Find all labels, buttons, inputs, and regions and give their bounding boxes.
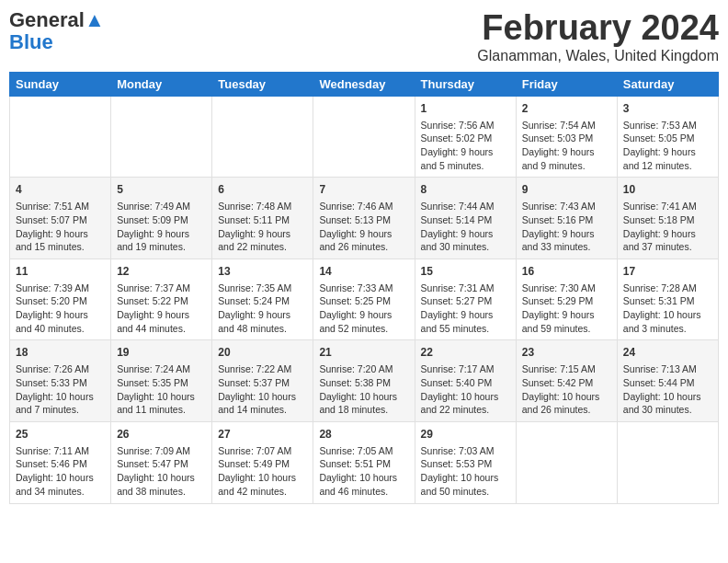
- calendar-cell: 8Sunrise: 7:44 AMSunset: 5:14 PMDaylight…: [415, 178, 516, 259]
- week-row-5: 25Sunrise: 7:11 AMSunset: 5:46 PMDayligh…: [10, 421, 719, 503]
- day-header-friday: Friday: [516, 72, 617, 96]
- main-title: February 2024: [477, 9, 719, 48]
- calendar-cell: 23Sunrise: 7:15 AMSunset: 5:42 PMDayligh…: [516, 340, 617, 422]
- cell-info: Sunrise: 7:09 AMSunset: 5:47 PMDaylight:…: [117, 444, 206, 499]
- week-row-4: 18Sunrise: 7:26 AMSunset: 5:33 PMDayligh…: [10, 340, 719, 422]
- day-number: 18: [16, 345, 105, 361]
- calendar-cell: 6Sunrise: 7:48 AMSunset: 5:11 PMDaylight…: [212, 178, 313, 259]
- subtitle: Glanamman, Wales, United Kingdom: [477, 48, 719, 64]
- cell-info: Sunrise: 7:31 AMSunset: 5:27 PMDaylight:…: [421, 282, 510, 336]
- calendar-cell: 9Sunrise: 7:43 AMSunset: 5:16 PMDaylight…: [516, 178, 617, 259]
- day-number: 9: [522, 182, 611, 198]
- cell-info: Sunrise: 7:44 AMSunset: 5:14 PMDaylight:…: [421, 200, 510, 254]
- cell-info: Sunrise: 7:28 AMSunset: 5:31 PMDaylight:…: [623, 282, 712, 336]
- cell-info: Sunrise: 7:20 AMSunset: 5:38 PMDaylight:…: [319, 362, 408, 417]
- cell-info: Sunrise: 7:51 AMSunset: 5:07 PMDaylight:…: [16, 200, 105, 254]
- calendar-cell: 10Sunrise: 7:41 AMSunset: 5:18 PMDayligh…: [617, 178, 718, 259]
- calendar-cell: 18Sunrise: 7:26 AMSunset: 5:33 PMDayligh…: [10, 340, 111, 422]
- day-number: 10: [623, 182, 712, 198]
- cell-info: Sunrise: 7:05 AMSunset: 5:51 PMDaylight:…: [319, 444, 408, 499]
- calendar-cell: 22Sunrise: 7:17 AMSunset: 5:40 PMDayligh…: [415, 340, 516, 422]
- day-number: 21: [319, 345, 408, 361]
- calendar-cell: 14Sunrise: 7:33 AMSunset: 5:25 PMDayligh…: [313, 259, 415, 340]
- day-number: 14: [319, 264, 408, 280]
- page-header: General▲ Blue February 2024 Glanamman, W…: [9, 9, 719, 64]
- calendar-cell: [10, 96, 111, 178]
- calendar-cell: 28Sunrise: 7:05 AMSunset: 5:51 PMDayligh…: [313, 421, 415, 503]
- cell-info: Sunrise: 7:56 AMSunset: 5:02 PMDaylight:…: [421, 119, 510, 173]
- logo-subtext: Blue: [9, 31, 105, 53]
- logo-text: General▲: [9, 9, 105, 31]
- day-number: 22: [421, 345, 510, 361]
- day-number: 28: [319, 427, 408, 442]
- week-row-2: 4Sunrise: 7:51 AMSunset: 5:07 PMDaylight…: [10, 178, 719, 259]
- calendar-cell: 7Sunrise: 7:46 AMSunset: 5:13 PMDaylight…: [313, 178, 415, 259]
- day-number: 6: [218, 182, 307, 198]
- calendar-cell: 24Sunrise: 7:13 AMSunset: 5:44 PMDayligh…: [617, 340, 718, 422]
- day-number: 4: [16, 182, 105, 198]
- day-number: 24: [623, 345, 712, 361]
- day-number: 15: [421, 264, 510, 280]
- cell-info: Sunrise: 7:13 AMSunset: 5:44 PMDaylight:…: [623, 362, 712, 417]
- cell-info: Sunrise: 7:39 AMSunset: 5:20 PMDaylight:…: [16, 282, 105, 336]
- cell-info: Sunrise: 7:37 AMSunset: 5:22 PMDaylight:…: [117, 282, 206, 336]
- day-header-sunday: Sunday: [10, 72, 111, 96]
- calendar-cell: [212, 96, 313, 178]
- day-number: 16: [522, 264, 611, 280]
- cell-info: Sunrise: 7:49 AMSunset: 5:09 PMDaylight:…: [117, 200, 206, 254]
- cell-info: Sunrise: 7:17 AMSunset: 5:40 PMDaylight:…: [421, 362, 510, 417]
- calendar-cell: 29Sunrise: 7:03 AMSunset: 5:53 PMDayligh…: [415, 421, 516, 503]
- day-number: 12: [117, 264, 206, 280]
- day-header-tuesday: Tuesday: [212, 72, 313, 96]
- header-row: SundayMondayTuesdayWednesdayThursdayFrid…: [10, 72, 719, 96]
- calendar-cell: 21Sunrise: 7:20 AMSunset: 5:38 PMDayligh…: [313, 340, 415, 422]
- cell-info: Sunrise: 7:53 AMSunset: 5:05 PMDaylight:…: [623, 119, 712, 173]
- calendar-cell: [313, 96, 415, 178]
- cell-info: Sunrise: 7:48 AMSunset: 5:11 PMDaylight:…: [218, 200, 307, 254]
- day-number: 19: [117, 345, 206, 361]
- cell-info: Sunrise: 7:35 AMSunset: 5:24 PMDaylight:…: [218, 282, 307, 336]
- cell-info: Sunrise: 7:22 AMSunset: 5:37 PMDaylight:…: [218, 362, 307, 417]
- cell-info: Sunrise: 7:46 AMSunset: 5:13 PMDaylight:…: [319, 200, 408, 254]
- calendar-cell: 11Sunrise: 7:39 AMSunset: 5:20 PMDayligh…: [10, 259, 111, 340]
- calendar-cell: 1Sunrise: 7:56 AMSunset: 5:02 PMDaylight…: [415, 96, 516, 178]
- calendar-cell: 26Sunrise: 7:09 AMSunset: 5:47 PMDayligh…: [111, 421, 212, 503]
- cell-info: Sunrise: 7:26 AMSunset: 5:33 PMDaylight:…: [16, 362, 105, 417]
- calendar-cell: 15Sunrise: 7:31 AMSunset: 5:27 PMDayligh…: [415, 259, 516, 340]
- cell-info: Sunrise: 7:33 AMSunset: 5:25 PMDaylight:…: [319, 282, 408, 336]
- calendar-cell: 3Sunrise: 7:53 AMSunset: 5:05 PMDaylight…: [617, 96, 718, 178]
- calendar-cell: 5Sunrise: 7:49 AMSunset: 5:09 PMDaylight…: [111, 178, 212, 259]
- day-number: 8: [421, 182, 510, 198]
- calendar-cell: 25Sunrise: 7:11 AMSunset: 5:46 PMDayligh…: [10, 421, 111, 503]
- calendar-cell: 17Sunrise: 7:28 AMSunset: 5:31 PMDayligh…: [617, 259, 718, 340]
- logo: General▲ Blue: [9, 9, 105, 53]
- title-block: February 2024 Glanamman, Wales, United K…: [477, 9, 719, 64]
- day-header-saturday: Saturday: [617, 72, 718, 96]
- day-number: 1: [421, 101, 510, 117]
- week-row-3: 11Sunrise: 7:39 AMSunset: 5:20 PMDayligh…: [10, 259, 719, 340]
- day-number: 2: [522, 101, 611, 117]
- cell-info: Sunrise: 7:07 AMSunset: 5:49 PMDaylight:…: [218, 444, 307, 499]
- calendar-cell: 12Sunrise: 7:37 AMSunset: 5:22 PMDayligh…: [111, 259, 212, 340]
- calendar-cell: [516, 421, 617, 503]
- day-number: 27: [218, 427, 307, 442]
- day-number: 5: [117, 182, 206, 198]
- day-number: 23: [522, 345, 611, 361]
- calendar-cell: 13Sunrise: 7:35 AMSunset: 5:24 PMDayligh…: [212, 259, 313, 340]
- week-row-1: 1Sunrise: 7:56 AMSunset: 5:02 PMDaylight…: [10, 96, 719, 178]
- cell-info: Sunrise: 7:15 AMSunset: 5:42 PMDaylight:…: [522, 362, 611, 417]
- day-number: 26: [117, 427, 206, 442]
- day-number: 17: [623, 264, 712, 280]
- calendar-cell: 27Sunrise: 7:07 AMSunset: 5:49 PMDayligh…: [212, 421, 313, 503]
- calendar-cell: 2Sunrise: 7:54 AMSunset: 5:03 PMDaylight…: [516, 96, 617, 178]
- cell-info: Sunrise: 7:43 AMSunset: 5:16 PMDaylight:…: [522, 200, 611, 254]
- calendar-cell: 19Sunrise: 7:24 AMSunset: 5:35 PMDayligh…: [111, 340, 212, 422]
- cell-info: Sunrise: 7:41 AMSunset: 5:18 PMDaylight:…: [623, 200, 712, 254]
- cell-info: Sunrise: 7:11 AMSunset: 5:46 PMDaylight:…: [16, 444, 105, 499]
- day-number: 3: [623, 101, 712, 117]
- day-header-wednesday: Wednesday: [313, 72, 415, 96]
- calendar-cell: 20Sunrise: 7:22 AMSunset: 5:37 PMDayligh…: [212, 340, 313, 422]
- day-header-thursday: Thursday: [415, 72, 516, 96]
- calendar-cell: 16Sunrise: 7:30 AMSunset: 5:29 PMDayligh…: [516, 259, 617, 340]
- day-number: 13: [218, 264, 307, 280]
